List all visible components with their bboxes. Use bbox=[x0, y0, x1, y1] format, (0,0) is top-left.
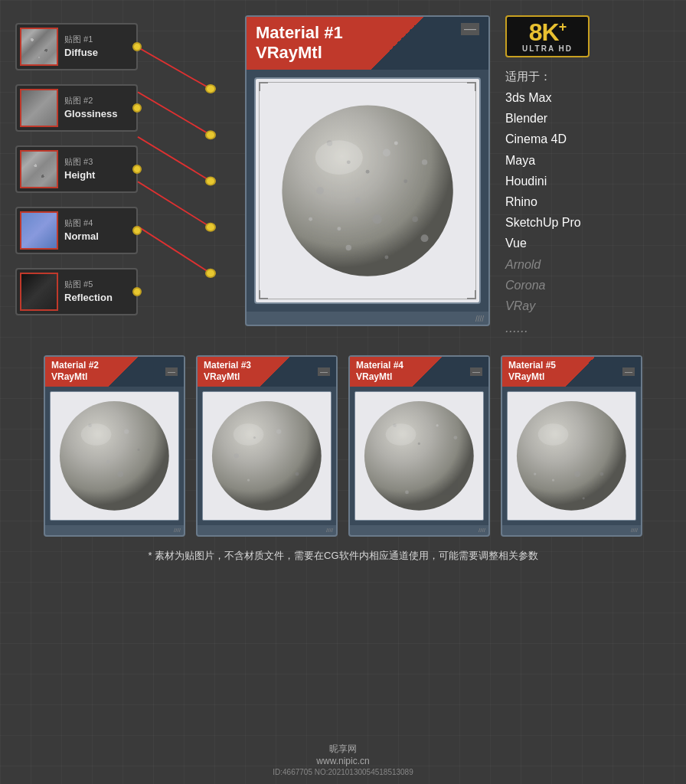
node-name-4: Normal bbox=[64, 230, 99, 243]
panel-body-main bbox=[247, 70, 488, 312]
watermark-logo: 昵享网 bbox=[273, 743, 413, 756]
svg-point-36 bbox=[81, 423, 112, 446]
thumb-glossiness bbox=[20, 89, 58, 127]
thumb-diffuse bbox=[20, 28, 58, 66]
svg-point-15 bbox=[403, 179, 407, 183]
software-list: 3ds Max Blender Cinema 4D Maya Houdini R… bbox=[505, 87, 605, 340]
mini-sphere-5 bbox=[507, 391, 636, 521]
node-normal: 贴图 #4 Normal bbox=[15, 207, 230, 254]
mini-panel-5: Material #5 VRayMtl — bbox=[501, 355, 642, 537]
svg-point-16 bbox=[355, 197, 361, 202]
material-panel-main: Material #1 VRayMtl — bbox=[245, 15, 490, 326]
node-name-2: Glossiness bbox=[64, 107, 117, 121]
svg-point-52 bbox=[386, 423, 416, 446]
mini-panel-body-4 bbox=[350, 387, 488, 525]
mini-panel-footer-4: //// bbox=[350, 525, 488, 535]
watermark-section: 昵享网 www.nipic.cn ID:4667705 NO:202101300… bbox=[273, 743, 413, 776]
mini-sphere-svg-2 bbox=[54, 395, 175, 517]
panel-title-line1: Material #1 bbox=[256, 23, 343, 43]
mini-sphere-svg-4 bbox=[358, 395, 480, 517]
applies-to-label: 适用于： bbox=[505, 70, 605, 84]
mini-panel-minimize-4[interactable]: — bbox=[470, 368, 482, 376]
svg-point-24 bbox=[309, 217, 312, 221]
node-diffuse: 贴图 #1 Diffuse bbox=[15, 23, 230, 70]
svg-point-21 bbox=[394, 141, 398, 145]
mini-panel-header-4: Material #4 VRayMtl — bbox=[350, 357, 488, 387]
node-card-reflection: 贴图 #5 Reflection bbox=[15, 268, 138, 315]
svg-point-19 bbox=[412, 216, 417, 221]
svg-point-20 bbox=[316, 187, 324, 194]
thumb-normal bbox=[20, 211, 58, 250]
svg-point-43 bbox=[234, 453, 239, 458]
main-panel-wrapper: Material #1 VRayMtl — bbox=[245, 15, 490, 326]
node-graph: 贴图 #1 Diffuse 贴图 #2 Glossiness bbox=[15, 23, 230, 329]
svg-point-18 bbox=[337, 227, 341, 230]
svg-point-55 bbox=[574, 471, 580, 477]
node-name-3: Height bbox=[64, 168, 95, 182]
svg-point-49 bbox=[418, 443, 420, 445]
svg-point-23 bbox=[422, 159, 427, 165]
mini-sphere-3 bbox=[202, 391, 332, 521]
watermark-id: ID:4667705 NO:20210130054518513089 bbox=[273, 768, 413, 776]
mini-panel-minimize-2[interactable]: — bbox=[165, 368, 178, 376]
mini-panel-title-5: Material #5 VRayMtl bbox=[508, 360, 556, 384]
svg-point-33 bbox=[138, 449, 140, 451]
node-label-reflection: 贴图 #5 Reflection bbox=[64, 279, 113, 305]
mini-panel-header-3: Material #3 VRayMtl — bbox=[198, 357, 336, 387]
svg-point-50 bbox=[454, 436, 458, 439]
watermark-url: www.nipic.cn bbox=[273, 756, 413, 766]
footer-note: * 素材为贴图片，不含材质文件，需要在CG软件内相应通道使用，可能需要调整相关参… bbox=[23, 549, 663, 563]
svg-point-42 bbox=[296, 472, 299, 476]
svg-point-34 bbox=[106, 460, 110, 464]
node-connector-2 bbox=[132, 103, 142, 113]
mini-panel-body-5 bbox=[502, 387, 641, 525]
mini-sphere-svg-3 bbox=[206, 395, 328, 517]
mini-panel-minimize-5[interactable]: — bbox=[622, 368, 635, 376]
node-label-height: 贴图 #3 Height bbox=[64, 156, 95, 182]
svg-point-25 bbox=[420, 234, 428, 242]
mini-panel-title-3: Material #3 VRayMtl bbox=[204, 360, 251, 384]
panel-minimize-main[interactable]: — bbox=[461, 23, 479, 35]
svg-point-59 bbox=[583, 497, 585, 499]
node-num-3: 贴图 #3 bbox=[64, 156, 95, 168]
node-name-5: Reflection bbox=[64, 291, 113, 305]
node-height: 贴图 #3 Height bbox=[15, 145, 230, 193]
node-glossiness: 贴图 #2 Glossiness bbox=[15, 84, 230, 132]
svg-point-48 bbox=[436, 424, 439, 426]
footer-section: * 素材为贴图片，不含材质文件，需要在CG软件内相应通道使用，可能需要调整相关参… bbox=[15, 549, 671, 563]
node-card-diffuse: 贴图 #1 Diffuse bbox=[15, 23, 138, 70]
panel-header-main: Material #1 VRayMtl — bbox=[247, 17, 488, 70]
mini-sphere-2 bbox=[50, 391, 179, 521]
thumb-height bbox=[20, 150, 58, 188]
svg-point-38 bbox=[212, 401, 322, 511]
mini-panel-header-2: Material #2 VRayMtl — bbox=[45, 357, 184, 387]
node-connector-5 bbox=[132, 287, 142, 296]
corner-tr bbox=[467, 82, 476, 91]
svg-point-54 bbox=[517, 401, 626, 511]
node-connector-4 bbox=[132, 226, 142, 235]
svg-point-6 bbox=[206, 131, 215, 139]
svg-point-17 bbox=[372, 214, 381, 224]
software-vue: Vue bbox=[505, 233, 605, 253]
mini-panel-4: Material #4 VRayMtl — bbox=[348, 355, 490, 537]
main-container: 贴图 #1 Diffuse 贴图 #2 Glossiness bbox=[0, 0, 686, 784]
mini-panel-footer-3: //// bbox=[198, 525, 336, 535]
mini-panel-title-4: Material #4 VRayMtl bbox=[356, 360, 403, 384]
software-arnold: Arnold bbox=[505, 254, 605, 275]
svg-point-46 bbox=[364, 401, 474, 511]
right-section: 8K+ ULTRA HD 适用于： 3ds Max Blender Cinema… bbox=[505, 15, 605, 340]
top-section: 贴图 #1 Diffuse 贴图 #2 Glossiness bbox=[15, 15, 671, 340]
mini-sphere-svg-5 bbox=[511, 395, 632, 517]
node-label-glossiness: 贴图 #2 Glossiness bbox=[64, 95, 117, 121]
node-connector-3 bbox=[132, 165, 142, 174]
software-rhino: Rhino bbox=[505, 191, 605, 212]
mini-panel-body-3 bbox=[198, 387, 336, 525]
mini-panel-minimize-3[interactable]: — bbox=[318, 368, 330, 376]
svg-point-11 bbox=[282, 105, 452, 276]
mini-panel-3: Material #3 VRayMtl — bbox=[196, 355, 338, 537]
svg-point-35 bbox=[117, 471, 123, 477]
software-3dsmax: 3ds Max bbox=[505, 87, 605, 108]
badge-sub-text: ULTRA HD bbox=[513, 44, 582, 53]
badge-main-text: 8K+ bbox=[513, 20, 582, 44]
info-panel: 适用于： 3ds Max Blender Cinema 4D Maya Houd… bbox=[505, 70, 605, 340]
